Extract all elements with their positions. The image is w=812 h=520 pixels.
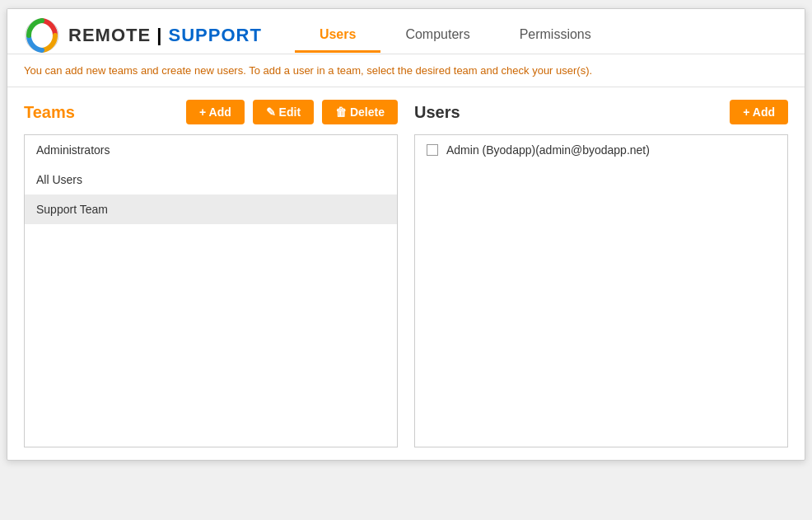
users-panel-header: Users + Add: [414, 100, 788, 124]
teams-edit-button[interactable]: ✎ Edit: [253, 100, 314, 124]
user-name: Admin (Byodapp)(admin@byodapp.net): [446, 143, 650, 157]
main-window: REMOTE | SUPPORT Users Computers Permiss…: [7, 8, 805, 461]
teams-edit-label: ✎ Edit: [266, 105, 301, 119]
list-item[interactable]: All Users: [25, 165, 397, 194]
teams-title: Teams: [24, 103, 75, 122]
logo-text: REMOTE | SUPPORT: [68, 25, 262, 46]
tab-permissions[interactable]: Permissions: [495, 19, 616, 53]
logo-remote: REMOTE: [68, 25, 151, 45]
users-list-container: Admin (Byodapp)(admin@byodapp.net): [414, 134, 788, 447]
tab-computers[interactable]: Computers: [380, 19, 494, 53]
nav-tabs: Users Computers Permissions: [295, 19, 616, 53]
teams-add-button[interactable]: + Add: [186, 100, 245, 124]
teams-panel: Teams + Add ✎ Edit 🗑 Delete Administrato…: [24, 100, 398, 447]
teams-delete-label: 🗑 Delete: [335, 105, 385, 119]
users-title: Users: [414, 103, 460, 122]
main-content: Teams + Add ✎ Edit 🗑 Delete Administrato…: [7, 87, 805, 460]
users-panel: Users + Add Admin (Byodapp)(admin@byodap…: [414, 100, 788, 447]
teams-list-container: Administrators All Users Support Team: [24, 134, 398, 447]
users-add-label: + Add: [743, 105, 775, 119]
list-item[interactable]: Administrators: [25, 135, 397, 165]
header: REMOTE | SUPPORT Users Computers Permiss…: [7, 9, 805, 54]
info-bar: You can add new teams and create new use…: [7, 54, 805, 87]
logo-support: SUPPORT: [169, 25, 262, 45]
teams-panel-header: Teams + Add ✎ Edit 🗑 Delete: [24, 100, 398, 124]
app-logo-icon: [24, 17, 60, 54]
teams-delete-button[interactable]: 🗑 Delete: [322, 100, 398, 124]
list-item[interactable]: Support Team: [25, 194, 397, 224]
teams-add-label: + Add: [199, 105, 231, 119]
info-message: You can add new teams and create new use…: [24, 64, 592, 77]
tab-users[interactable]: Users: [295, 19, 380, 53]
user-checkbox[interactable]: [427, 144, 438, 156]
logo-area: REMOTE | SUPPORT: [24, 17, 262, 54]
users-add-button[interactable]: + Add: [730, 100, 788, 124]
user-item: Admin (Byodapp)(admin@byodapp.net): [415, 135, 787, 165]
